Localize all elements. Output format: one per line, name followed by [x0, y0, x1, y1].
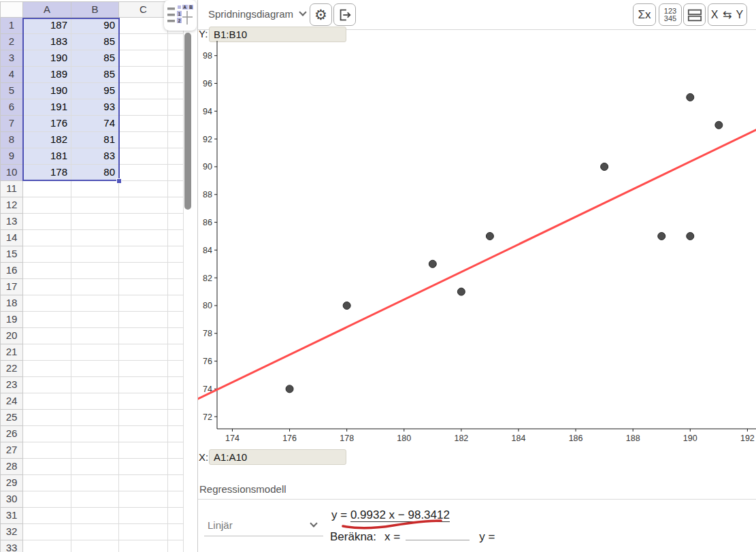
cell[interactable] — [119, 99, 168, 116]
cell[interactable] — [119, 540, 168, 552]
cell[interactable] — [71, 295, 119, 312]
cell[interactable] — [71, 328, 119, 344]
cell[interactable] — [119, 83, 168, 99]
row-header[interactable]: 24 — [0, 393, 23, 410]
cell[interactable] — [168, 83, 184, 99]
cell[interactable] — [119, 197, 168, 214]
cell[interactable] — [168, 328, 184, 344]
data-point[interactable] — [601, 163, 608, 170]
data-point[interactable] — [715, 121, 723, 129]
row-header[interactable]: 23 — [0, 377, 23, 393]
cell[interactable] — [71, 540, 119, 552]
column-header-c[interactable]: C — [119, 1, 168, 18]
cell[interactable] — [168, 377, 184, 393]
row-header[interactable]: 3 — [0, 50, 23, 67]
cell[interactable] — [71, 491, 119, 508]
cell[interactable] — [23, 508, 71, 524]
data-point[interactable] — [687, 232, 694, 240]
regression-model-select[interactable]: Linjär — [204, 514, 323, 536]
vertical-scrollbar-thumb[interactable] — [184, 33, 191, 210]
cell[interactable]: 85 — [71, 67, 119, 83]
cell[interactable] — [119, 50, 168, 67]
row-header[interactable]: 32 — [0, 524, 23, 540]
data-point[interactable] — [687, 93, 694, 101]
cell[interactable]: 176 — [23, 116, 71, 132]
swap-xy-button[interactable]: X ⇆ Y — [708, 3, 747, 26]
row-header[interactable]: 29 — [0, 475, 23, 491]
data-point[interactable] — [457, 288, 465, 295]
row-header[interactable]: 30 — [0, 491, 23, 508]
cell[interactable] — [23, 197, 71, 214]
row-header[interactable]: 16 — [0, 263, 23, 279]
statistics-button[interactable]: Σx — [633, 3, 656, 26]
cell[interactable] — [168, 197, 184, 214]
cell[interactable]: 181 — [23, 148, 71, 165]
table-options-button[interactable]: A B 1 2 — [164, 0, 197, 31]
cell[interactable] — [23, 410, 71, 426]
row-header[interactable]: 14 — [0, 230, 23, 246]
cell[interactable] — [119, 263, 168, 279]
cell[interactable] — [168, 524, 184, 540]
cell[interactable] — [119, 344, 168, 361]
cell[interactable] — [23, 328, 71, 344]
row-header[interactable]: 20 — [0, 328, 23, 344]
cell[interactable]: 191 — [23, 99, 71, 116]
row-header[interactable]: 2 — [0, 34, 23, 50]
cell[interactable] — [119, 393, 168, 410]
cell[interactable] — [71, 459, 119, 475]
cell[interactable] — [23, 459, 71, 475]
cell[interactable]: 190 — [23, 83, 71, 99]
cell[interactable] — [119, 377, 168, 393]
cell[interactable] — [23, 295, 71, 312]
cell[interactable] — [119, 279, 168, 295]
cell[interactable] — [23, 426, 71, 442]
cell[interactable] — [23, 377, 71, 393]
row-header[interactable]: 17 — [0, 279, 23, 295]
cell[interactable] — [119, 508, 168, 524]
cell[interactable] — [119, 328, 168, 344]
cell[interactable] — [71, 410, 119, 426]
row-header[interactable]: 27 — [0, 442, 23, 459]
cell[interactable] — [168, 475, 184, 491]
cell[interactable] — [168, 491, 184, 508]
row-header[interactable]: 12 — [0, 197, 23, 214]
data-point[interactable] — [658, 232, 665, 240]
row-header[interactable]: 13 — [0, 214, 23, 230]
row-header[interactable]: 33 — [0, 540, 23, 552]
cell[interactable] — [119, 181, 168, 197]
split-panel-button[interactable] — [683, 3, 706, 26]
options-button[interactable]: ⚙ — [310, 3, 332, 26]
cell[interactable] — [119, 475, 168, 491]
cell[interactable] — [168, 393, 184, 410]
row-header[interactable]: 26 — [0, 426, 23, 442]
cell[interactable] — [168, 148, 184, 165]
cell[interactable] — [23, 361, 71, 377]
cell[interactable] — [119, 116, 168, 132]
cell[interactable]: 178 — [23, 165, 71, 181]
cell[interactable] — [71, 524, 119, 540]
cell[interactable] — [119, 524, 168, 540]
cell[interactable] — [119, 67, 168, 83]
cell[interactable] — [168, 295, 184, 312]
cell[interactable] — [71, 344, 119, 361]
cell[interactable] — [23, 312, 71, 328]
cell[interactable] — [168, 132, 184, 148]
selection-fill-handle[interactable] — [116, 178, 122, 184]
cell[interactable] — [71, 393, 119, 410]
export-button[interactable] — [333, 3, 356, 26]
column-header-a[interactable]: A — [23, 1, 71, 18]
cell[interactable] — [23, 475, 71, 491]
cell[interactable] — [168, 214, 184, 230]
row-header[interactable]: 22 — [0, 361, 23, 377]
cell[interactable] — [71, 361, 119, 377]
cell[interactable] — [23, 279, 71, 295]
row-header[interactable]: 15 — [0, 246, 23, 263]
cell[interactable] — [168, 361, 184, 377]
cell[interactable] — [168, 99, 184, 116]
cell[interactable] — [119, 214, 168, 230]
cell[interactable] — [71, 263, 119, 279]
cell[interactable] — [168, 165, 184, 181]
cell[interactable]: 90 — [71, 18, 119, 34]
cell[interactable] — [23, 540, 71, 552]
cell[interactable] — [23, 230, 71, 246]
